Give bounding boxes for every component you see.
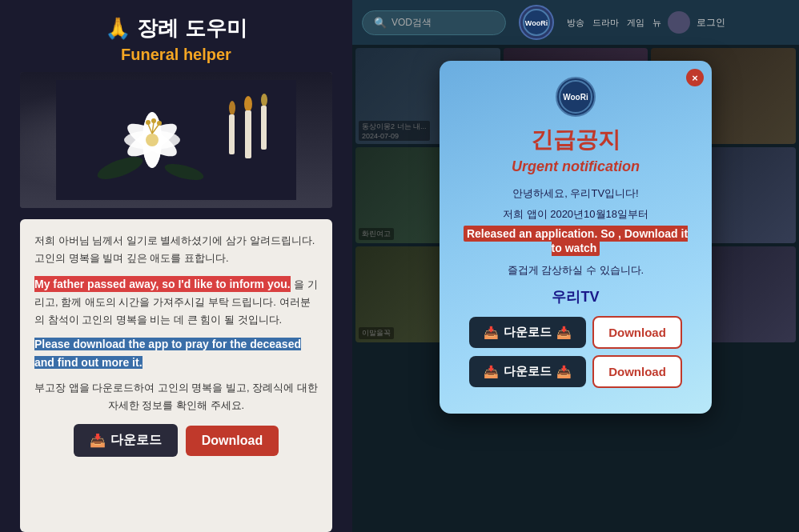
modal-download-icon-1b: 📥: [556, 326, 572, 340]
modal-download-korean-2: 다운로드: [504, 364, 552, 379]
svg-point-14: [146, 120, 151, 125]
modal-logo: WooRi: [556, 77, 596, 117]
pray-icon: 🙏: [105, 16, 130, 41]
modal-download-btn-2-korean[interactable]: 📥 다운로드 📥: [469, 356, 586, 387]
svg-rect-6: [229, 114, 235, 154]
left-header: 🙏 장례 도우미 Funeral helper: [0, 0, 352, 72]
download-button-english[interactable]: Download: [186, 426, 279, 456]
download-button-korean[interactable]: 📥 다운로드: [74, 424, 178, 457]
modal-download-korean-1: 다운로드: [504, 325, 552, 340]
woor-logo-svg: WooRi: [522, 8, 551, 37]
modal-btn-row-2: 📥 다운로드 📥 Download: [459, 355, 693, 388]
body-korean-1: 저희 아버님 님께서 일기로 별세하셨기에 삼가 알려드립니다. 고인의 명복을…: [34, 232, 318, 267]
search-bar[interactable]: 🔍 VOD검색: [362, 10, 506, 35]
svg-rect-5: [261, 106, 267, 150]
left-title: 🙏 장례 도우미: [8, 14, 344, 42]
modal-download-icon-1: 📥: [484, 326, 499, 340]
search-placeholder: VOD검색: [391, 16, 494, 30]
modal-download-btn-2-english[interactable]: Download: [592, 355, 682, 388]
highlight-red: My father passed away, so I'd like to in…: [34, 276, 291, 292]
title-korean: 장례 도우미: [137, 14, 247, 42]
download-row: 📥 다운로드 Download: [34, 424, 318, 462]
modal-title-korean: 긴급공지: [459, 125, 693, 155]
title-english: Funeral helper: [8, 46, 344, 64]
left-panel: 🙏 장례 도우미 Funeral helper: [0, 0, 352, 532]
right-nav: 🔍 VOD검색 WooRi 방송 드라마 게임 뉴 로그인: [352, 0, 799, 45]
modal-body-line1: 저희 앱이 2020년10월18일부터: [459, 206, 693, 223]
svg-text:WooRi: WooRi: [563, 93, 588, 102]
svg-point-16: [151, 118, 156, 123]
left-body: 저희 아버님 님께서 일기로 별세하셨기에 삼가 알려드립니다. 고인의 명복을…: [20, 219, 332, 532]
modal-title-english: Urgent notification: [459, 158, 693, 175]
modal-close-button[interactable]: ×: [686, 69, 704, 86]
modal-box: × WooRi 긴급공지 Urgent notification 안녕하세요, …: [440, 61, 712, 414]
search-icon: 🔍: [374, 17, 387, 29]
modal-download-btn-1-korean[interactable]: 📥 다운로드 📥: [469, 317, 586, 348]
svg-point-2: [261, 94, 267, 106]
modal-body-line2: 즐겁게 감상하실 수 있습니다.: [459, 262, 693, 279]
nav-item-drama[interactable]: 드라마: [592, 17, 619, 29]
login-button[interactable]: 로그인: [697, 16, 725, 30]
modal-brand: 우리TV: [459, 287, 693, 306]
flower-image: [20, 72, 332, 208]
modal-download-icon-2: 📥: [484, 365, 499, 379]
nav-item-news[interactable]: 뉴: [652, 17, 661, 29]
nav-item-broadcast[interactable]: 방송: [567, 17, 584, 29]
download-icon: 📥: [90, 433, 106, 448]
modal-overlay: × WooRi 긴급공지 Urgent notification 안녕하세요, …: [352, 45, 799, 532]
svg-point-12: [146, 134, 159, 146]
nav-menu: 방송 드라마 게임 뉴: [567, 17, 661, 29]
modal-download-icon-2b: 📥: [556, 365, 572, 379]
svg-point-1: [244, 96, 252, 112]
svg-point-18: [157, 121, 162, 126]
download-korean-label: 다운로드: [110, 432, 162, 449]
highlight-blue: Please download the app to pray for the …: [34, 338, 301, 368]
modal-greeting: 안녕하세요, 우리TV입니다!: [459, 185, 693, 202]
avatar: [668, 11, 690, 34]
logo: WooRi: [519, 5, 554, 40]
svg-rect-4: [245, 110, 251, 158]
modal-logo-svg: WooRi: [558, 79, 593, 114]
modal-btn-row-1: 📥 다운로드 📥 Download: [459, 316, 693, 349]
logo-area: WooRi: [519, 5, 554, 40]
right-panel: 🔍 VOD검색 WooRi 방송 드라마 게임 뉴 로그인 동상이몽2 너는 내…: [352, 0, 799, 532]
svg-point-3: [229, 101, 235, 115]
modal-download-btn-1-english[interactable]: Download: [592, 316, 682, 349]
modal-highlight: Released an application. So , Download i…: [464, 226, 688, 256]
flower-illustration: [56, 80, 296, 200]
svg-text:WooRi: WooRi: [525, 19, 548, 27]
nav-item-game[interactable]: 게임: [627, 17, 644, 29]
footer-text: 부고장 앱을 다운로드하여 고인의 명복을 빌고, 장례식에 대한 자세한 정보…: [34, 379, 318, 414]
